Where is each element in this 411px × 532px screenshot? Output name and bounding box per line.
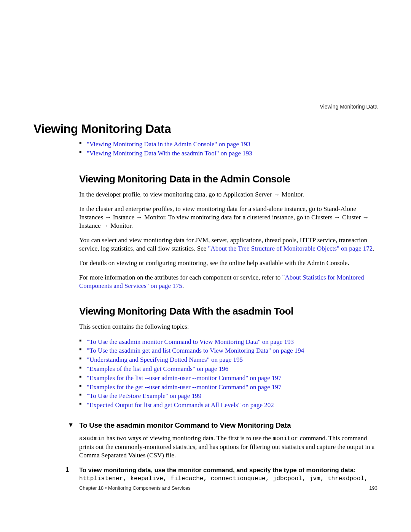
heading-asadmin-tool: Viewing Monitoring Data With the asadmin… (79, 305, 378, 317)
link-get-list-194[interactable]: "To Use the asadmin get and list Command… (87, 347, 304, 354)
heading-admin-console: Viewing Monitoring Data in the Admin Con… (79, 173, 378, 185)
paragraph: You can select and view monitoring data … (79, 236, 378, 253)
page-footer: Chapter 18 • Monitoring Components and S… (33, 485, 378, 491)
code-monitor: monitor (272, 435, 298, 442)
link-examples-list-197[interactable]: "Examples for the list --user admin-user… (87, 374, 282, 382)
text: . (373, 245, 374, 252)
paragraph: For more information on the attributes f… (79, 273, 378, 290)
link-examples-list-get-196[interactable]: "Examples of the list and get Commands" … (87, 365, 228, 372)
heading-monitor-command: ▼ To Use the asadmin monitor Command to … (79, 421, 378, 430)
text: . (182, 282, 184, 289)
link-monitor-command-193[interactable]: "To Use the asadmin monitor Command to V… (87, 338, 294, 345)
paragraph: In the developer profile, to view monito… (79, 190, 378, 199)
heading-text: To Use the asadmin monitor Command to Vi… (79, 421, 291, 429)
section-marker-icon: ▼ (68, 422, 74, 428)
section-links-list: "To Use the asadmin monitor Command to V… (79, 337, 378, 410)
step-title: To view monitoring data, use the monitor… (79, 466, 378, 474)
top-link-list: "Viewing Monitoring Data in the Admin Co… (79, 140, 378, 158)
link-dotted-names-195[interactable]: "Understanding and Specifying Dotted Nam… (87, 356, 243, 363)
paragraph: For details on viewing or configuring mo… (79, 259, 378, 267)
page-title: Viewing Monitoring Data (33, 122, 378, 136)
footer-page-number: 193 (369, 485, 378, 491)
step-number: 1 (65, 466, 69, 474)
text: For more information on the attributes f… (79, 274, 282, 281)
link-expected-output-202[interactable]: "Expected Output for list and get Comman… (87, 401, 274, 409)
running-header: Viewing Monitoring Data (320, 104, 378, 110)
link-admin-console-193[interactable]: "Viewing Monitoring Data in the Admin Co… (87, 141, 250, 148)
link-tree-structure-172[interactable]: "About the Tree Structure of Monitorable… (208, 245, 373, 252)
link-examples-get-197[interactable]: "Examples for the get --user admin-user … (87, 383, 281, 391)
link-asadmin-tool-193[interactable]: "Viewing Monitoring Data With the asadmi… (87, 150, 252, 157)
footer-chapter: Chapter 18 • Monitoring Components and S… (79, 485, 191, 491)
paragraph: In the cluster and enterprise profiles, … (79, 205, 378, 230)
link-petstore-199[interactable]: "To Use the PetStore Example" on page 19… (87, 392, 201, 399)
step-1: 1 To view monitoring data, use the monit… (79, 466, 378, 483)
step-body: httplistener, keepalive, filecache, conn… (79, 475, 378, 483)
code-asadmin: asadmin (79, 435, 105, 442)
text: has two ways of viewing monitoring data.… (105, 435, 272, 442)
paragraph: This section contains the following topi… (79, 323, 378, 331)
paragraph: asadmin has two ways of viewing monitori… (79, 434, 378, 460)
